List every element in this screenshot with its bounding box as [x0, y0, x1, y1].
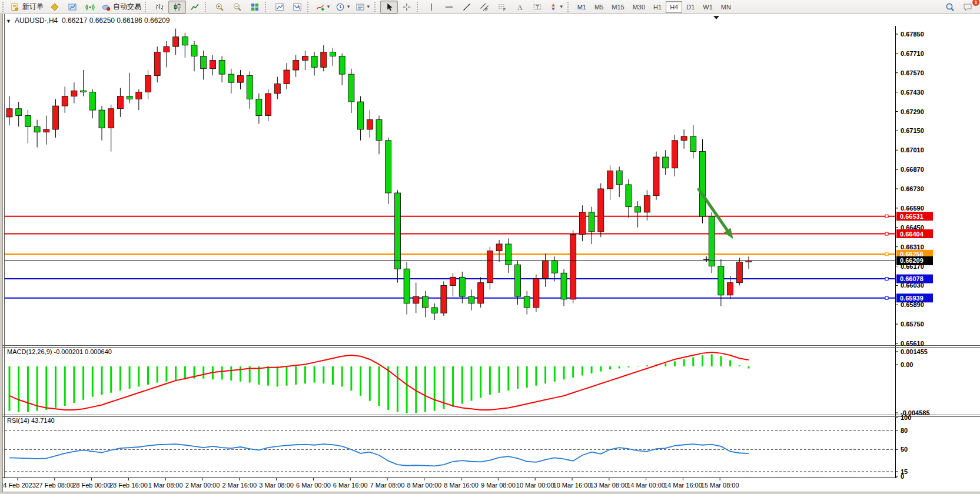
vline-button[interactable] — [423, 1, 440, 14]
candle — [53, 106, 59, 129]
toolbar-drag-handle — [265, 2, 270, 12]
window-left-edge — [0, 14, 2, 492]
vline-icon — [427, 2, 436, 12]
timeframe-m1[interactable]: M1 — [573, 1, 590, 13]
fibonacci-button[interactable]: F — [493, 1, 511, 14]
time-axis-label: 13 Mar 08:00 — [590, 482, 628, 489]
candle — [154, 52, 160, 76]
tile-windows-icon — [250, 2, 260, 12]
price-tag-label: 0.66209 — [900, 257, 923, 264]
price-axis-label: 0.66590 — [901, 205, 924, 212]
candle — [598, 189, 604, 232]
templates-button[interactable]: ▼ — [353, 1, 373, 14]
time-axis-label: 28 Feb 00:00 — [72, 482, 111, 489]
candle — [247, 75, 253, 99]
candle — [210, 61, 215, 69]
candle — [579, 212, 585, 235]
candle — [644, 196, 650, 212]
hline-endpoint[interactable] — [885, 253, 888, 256]
chart-shift-marker[interactable] — [713, 16, 719, 19]
autotrade-icon — [101, 2, 111, 12]
candle — [311, 56, 317, 68]
time-axis-label: 14 Mar 16:00 — [664, 482, 702, 489]
timeframe-m30[interactable]: M30 — [629, 1, 649, 13]
chart-up-icon — [275, 2, 284, 12]
signals-button[interactable] — [81, 1, 99, 14]
candlestick-icon — [172, 2, 182, 12]
candle — [136, 92, 142, 99]
indicators-button[interactable]: ▼ — [313, 1, 333, 14]
rsi-line — [9, 444, 749, 466]
periods-button[interactable]: ▼ — [333, 1, 353, 14]
hline-endpoint[interactable] — [885, 215, 888, 218]
profiles-button[interactable] — [46, 1, 64, 14]
candle — [265, 94, 271, 116]
tile-windows-button[interactable] — [246, 1, 264, 14]
price-axis-label: 0.67430 — [901, 89, 924, 96]
candlestick-button[interactable] — [168, 1, 186, 14]
hline-endpoint[interactable] — [885, 232, 888, 235]
price-axis-label: 0.67850 — [901, 31, 924, 38]
timeframe-w1[interactable]: W1 — [699, 1, 717, 13]
candle — [672, 141, 677, 168]
price-axis-label: 0.65750 — [901, 321, 924, 328]
candle — [561, 273, 567, 299]
candle — [44, 129, 49, 132]
candle — [459, 277, 465, 296]
zoom-out-button[interactable] — [228, 1, 246, 14]
text-button[interactable]: A — [511, 1, 529, 14]
new-order-button[interactable]: 新订单 — [8, 1, 46, 14]
timeframe-h4[interactable]: H4 — [666, 1, 682, 13]
candle — [108, 109, 114, 128]
crosshair-button[interactable] — [398, 1, 416, 14]
chart-ohlc-values: 0.66217 0.66250 0.66186 0.66209 — [62, 16, 170, 25]
timeframe-m15[interactable]: M15 — [607, 1, 628, 13]
line-chart-button[interactable] — [186, 1, 204, 14]
svg-text:E: E — [485, 7, 488, 11]
timeframe-m5[interactable]: M5 — [590, 1, 607, 13]
arrows-button[interactable]: ▼ — [546, 1, 566, 14]
time-axis-label: 10 Mar 16:00 — [553, 482, 592, 489]
template-icon — [356, 2, 365, 12]
signals-icon — [85, 2, 95, 12]
new-chart-button[interactable] — [271, 1, 288, 14]
autotrade-button[interactable]: 自动交易 — [99, 1, 144, 14]
label-button[interactable]: T — [529, 1, 546, 14]
candle — [6, 109, 12, 117]
search-button[interactable] — [941, 1, 959, 14]
svg-text:F: F — [503, 8, 506, 12]
hline-endpoint[interactable] — [885, 278, 888, 281]
hline-button[interactable] — [440, 1, 458, 14]
chart-shift-button[interactable] — [288, 1, 306, 14]
price-axis-label: 0.66310 — [901, 243, 924, 251]
candle — [81, 91, 87, 92]
zoom-in-button[interactable] — [211, 1, 228, 14]
trendline-icon — [462, 2, 471, 12]
timeframe-d1[interactable]: D1 — [682, 1, 699, 13]
candle — [302, 56, 308, 61]
status-strip — [0, 492, 980, 494]
new-order-button-label: 新订单 — [22, 2, 44, 12]
hline-icon — [444, 2, 454, 12]
timeframe-h1[interactable]: H1 — [649, 1, 666, 13]
chat-icon — [963, 2, 972, 12]
channel-button[interactable]: E — [476, 1, 493, 14]
time-axis-label: 2 Mar 00:00 — [185, 482, 220, 489]
candle — [394, 193, 400, 269]
cursor-button[interactable] — [380, 1, 398, 14]
notifications-button[interactable]: 1 — [959, 1, 976, 14]
time-axis-label: 24 Feb 2023 — [0, 482, 36, 489]
hline-endpoint[interactable] — [885, 296, 888, 299]
trendline-button[interactable] — [458, 1, 476, 14]
bar-chart-button[interactable] — [151, 1, 168, 14]
timeframe-mn[interactable]: MN — [717, 1, 735, 13]
chart-canvas[interactable]: 0.678500.677100.675700.674300.672900.671… — [0, 14, 980, 494]
candle — [367, 120, 373, 129]
candle — [191, 45, 197, 56]
candle — [469, 296, 474, 303]
chart-menu-icon[interactable]: ▼ — [6, 18, 11, 24]
rsi-axis-label: 80 — [901, 427, 908, 434]
market-watch-button[interactable] — [64, 1, 81, 14]
time-axis-label: 8 Mar 00:00 — [407, 482, 441, 489]
candle — [413, 296, 419, 303]
